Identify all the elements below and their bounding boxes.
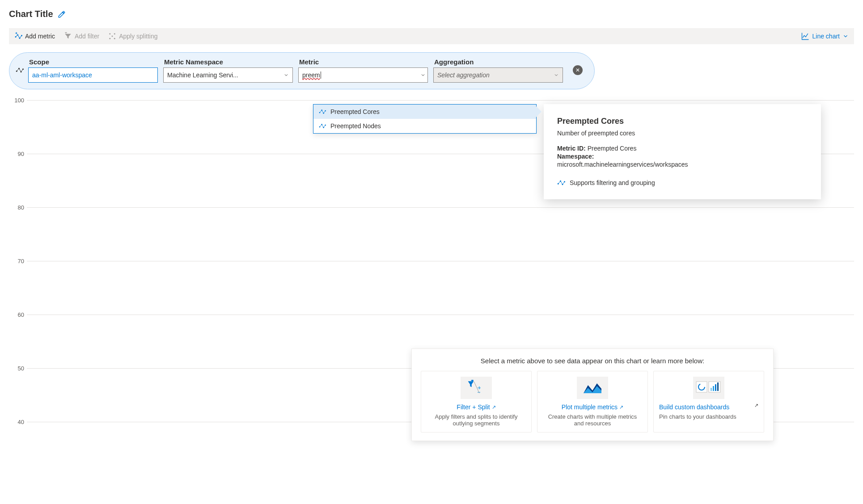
promo-header: Select a metric above to see data appear… [421, 357, 764, 365]
y-axis-tick-label: 40 [9, 419, 24, 425]
y-axis-tick-label: 60 [9, 311, 24, 318]
dropdown-item-preempted-cores[interactable]: Preempted Cores [313, 105, 536, 119]
tooltip-supports-text: Supports filtering and grouping [570, 179, 655, 186]
svg-rect-48 [709, 382, 720, 392]
promo-sub: Pin charts to your dashboards [659, 413, 758, 420]
namespace-select[interactable]: Machine Learning Servi... [163, 67, 293, 83]
y-axis-tick-label: 100 [9, 97, 24, 104]
svg-rect-50 [713, 386, 714, 391]
dashboard-illustration-icon [693, 377, 724, 399]
apply-splitting-label: Apply splitting [119, 33, 157, 40]
svg-line-45 [474, 382, 479, 393]
scope-value: aa-ml-aml-workspace [32, 71, 92, 79]
tooltip-namespace-label: Namespace: [557, 153, 594, 160]
gridline [27, 207, 854, 208]
svg-line-42 [561, 181, 563, 185]
apply-splitting-button[interactable]: Apply splitting [108, 32, 157, 40]
line-chart-icon [801, 32, 810, 41]
metric-input-value[interactable]: preem [302, 71, 320, 79]
svg-point-15 [112, 36, 113, 37]
chevron-down-icon [420, 72, 426, 78]
tooltip-title: Preempted Cores [557, 117, 808, 126]
promo-card-filter-split[interactable]: + Filter + Split ↗ Apply filters and spl… [421, 371, 532, 433]
svg-rect-51 [715, 384, 716, 391]
chevron-down-icon [842, 33, 849, 39]
svg-line-20 [17, 68, 19, 71]
tooltip-description: Number of preempted cores [557, 130, 808, 137]
apply-splitting-icon [108, 32, 116, 40]
chevron-down-icon [554, 72, 559, 78]
metric-select[interactable]: preem [298, 67, 428, 83]
svg-point-14 [114, 38, 115, 39]
dropdown-item-preempted-nodes[interactable]: Preempted Nodes [313, 119, 536, 133]
tooltip-namespace-value: microsoft.machinelearningservices/worksp… [557, 161, 808, 168]
scope-select[interactable]: aa-ml-aml-workspace [28, 67, 158, 83]
chart-type-button[interactable]: Line chart [801, 32, 849, 41]
metric-dropdown: Preempted Cores Preempted Nodes [313, 104, 537, 134]
svg-line-35 [322, 125, 324, 128]
plot-multiple-illustration-icon [577, 377, 608, 399]
promo-sub: Create charts with multiple metrics and … [543, 413, 642, 427]
promo-link-label: Plot multiple metrics [562, 403, 618, 411]
svg-line-22 [21, 69, 23, 71]
namespace-value: Machine Learning Servi... [167, 71, 238, 79]
svg-point-13 [114, 33, 115, 34]
gridline [27, 315, 854, 315]
external-link-icon: ↗ [754, 403, 758, 408]
metric-picker-pill: Scope aa-ml-aml-workspace Metric Namespa… [9, 52, 595, 89]
svg-rect-49 [711, 388, 712, 391]
svg-rect-46 [696, 382, 707, 392]
remove-metric-button[interactable]: ✕ [573, 65, 583, 75]
promo-link-label: Build custom dashboards [659, 403, 729, 411]
svg-rect-52 [717, 382, 719, 391]
learn-more-panel: Select a metric above to see data appear… [411, 349, 774, 440]
filter-grouping-icon [557, 179, 565, 187]
add-metric-icon [14, 32, 22, 40]
svg-point-12 [109, 38, 110, 39]
svg-line-6 [20, 36, 22, 38]
add-metric-label: Add metric [25, 33, 55, 40]
svg-line-28 [322, 110, 324, 113]
scope-label: Scope [28, 58, 158, 66]
filter-split-illustration-icon: + [461, 377, 492, 399]
y-axis-tick-label: 70 [9, 258, 24, 265]
svg-line-43 [563, 182, 565, 185]
y-axis-tick-label: 80 [9, 204, 24, 211]
promo-sub: Apply filters and splits to identify out… [427, 413, 526, 427]
svg-point-11 [109, 33, 110, 34]
add-metric-button[interactable]: Add metric [14, 32, 55, 40]
aggregation-placeholder: Select aggregation [437, 71, 490, 79]
metric-label: Metric [298, 58, 428, 66]
namespace-label: Metric Namespace [163, 58, 293, 66]
chevron-down-icon [283, 72, 289, 78]
metric-tooltip-card: Preempted Cores Number of preempted core… [544, 104, 821, 199]
page-title: Chart Title [9, 9, 53, 19]
metric-series-icon [16, 66, 24, 74]
svg-line-36 [324, 125, 326, 127]
aggregation-select[interactable]: Select aggregation [433, 67, 563, 83]
y-axis-tick-label: 50 [9, 365, 24, 372]
y-axis-tick-label: 90 [9, 151, 24, 157]
close-icon: ✕ [575, 67, 580, 73]
chart-type-label: Line chart [812, 33, 840, 40]
svg-line-29 [324, 111, 326, 113]
add-filter-button[interactable]: Add filter [64, 32, 99, 40]
chart-toolbar: Add metric Add filter Apply splitting Li… [9, 28, 854, 44]
dropdown-item-label: Preempted Cores [330, 108, 380, 115]
promo-card-dashboards[interactable]: Build custom dashboards ↗ Pin charts to … [653, 371, 764, 433]
metric-item-icon [319, 122, 326, 130]
gridline [27, 100, 854, 101]
promo-link-label: Filter + Split [457, 403, 490, 411]
promo-card-plot-multiple[interactable]: Plot multiple metrics ↗ Create charts wi… [537, 371, 648, 433]
external-link-icon: ↗ [619, 404, 623, 410]
svg-line-41 [558, 181, 560, 184]
svg-line-21 [19, 68, 21, 72]
svg-line-27 [320, 110, 322, 113]
external-link-icon: ↗ [492, 404, 496, 410]
metric-item-icon [319, 108, 326, 115]
tooltip-metric-id-label: Metric ID: [557, 145, 586, 152]
edit-title-icon[interactable] [58, 10, 66, 18]
svg-line-5 [18, 35, 20, 38]
aggregation-label: Aggregation [433, 58, 563, 66]
add-filter-icon [64, 32, 72, 40]
